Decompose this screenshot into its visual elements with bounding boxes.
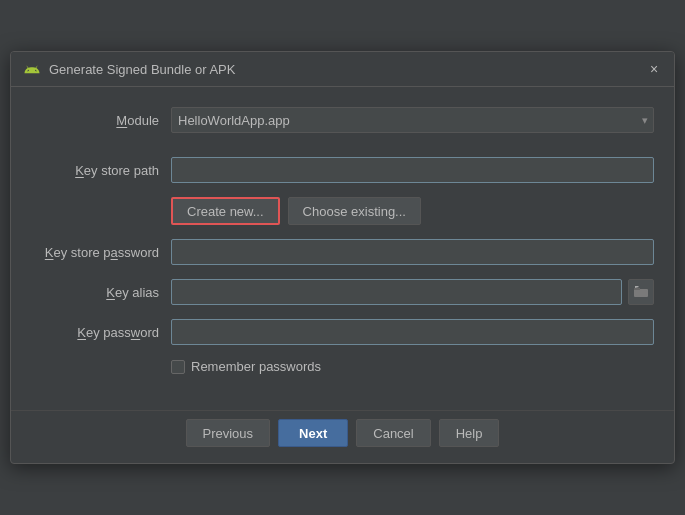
key-alias-label-text: Key alias (106, 285, 159, 300)
create-new-button[interactable]: Create new... (171, 197, 280, 225)
module-select-wrap: HelloWorldApp.app (171, 107, 654, 133)
folder-icon (634, 286, 648, 298)
dialog-content: Module HelloWorldApp.app Key store path … (11, 87, 674, 410)
key-store-path-label: Key store path (31, 163, 171, 178)
key-alias-input[interactable] (171, 279, 622, 305)
dialog-title: Generate Signed Bundle or APK (49, 62, 235, 77)
key-alias-browse-button[interactable] (628, 279, 654, 305)
previous-button[interactable]: Previous (186, 419, 271, 447)
key-alias-control (171, 279, 654, 305)
generate-signed-dialog: Generate Signed Bundle or APK × Module H… (10, 51, 675, 464)
key-store-buttons-row: Create new... Choose existing... (171, 197, 654, 225)
key-password-control (171, 319, 654, 345)
module-label: Module (31, 113, 171, 128)
android-icon (23, 60, 41, 78)
remember-passwords-label[interactable]: Remember passwords (191, 359, 321, 374)
key-store-path-row: Key store path (31, 157, 654, 183)
key-store-path-label-text: Key store path (75, 163, 159, 178)
remember-passwords-row: Remember passwords (171, 359, 654, 374)
key-store-password-input[interactable] (171, 239, 654, 265)
key-alias-row: Key alias (31, 279, 654, 305)
key-store-password-label: Key store password (31, 245, 171, 260)
svg-rect-0 (634, 289, 648, 297)
next-button[interactable]: Next (278, 419, 348, 447)
close-button[interactable]: × (646, 61, 662, 77)
key-password-label: Key password (31, 325, 171, 340)
key-password-label-text: Key password (77, 325, 159, 340)
key-password-input[interactable] (171, 319, 654, 345)
key-store-path-input[interactable] (171, 157, 654, 183)
cancel-button[interactable]: Cancel (356, 419, 430, 447)
dialog-footer: Previous Next Cancel Help (11, 410, 674, 463)
title-bar: Generate Signed Bundle or APK × (11, 52, 674, 87)
key-store-password-label-text: Key store password (45, 245, 159, 260)
module-select[interactable]: HelloWorldApp.app (171, 107, 654, 133)
key-store-password-row: Key store password (31, 239, 654, 265)
svg-rect-1 (634, 288, 640, 290)
remember-passwords-checkbox[interactable] (171, 360, 185, 374)
key-store-password-control (171, 239, 654, 265)
key-password-row: Key password (31, 319, 654, 345)
module-label-text: Module (116, 113, 159, 128)
title-bar-left: Generate Signed Bundle or APK (23, 60, 235, 78)
choose-existing-button[interactable]: Choose existing... (288, 197, 421, 225)
module-row: Module HelloWorldApp.app (31, 107, 654, 133)
key-store-path-control (171, 157, 654, 183)
help-button[interactable]: Help (439, 419, 500, 447)
key-alias-label: Key alias (31, 285, 171, 300)
